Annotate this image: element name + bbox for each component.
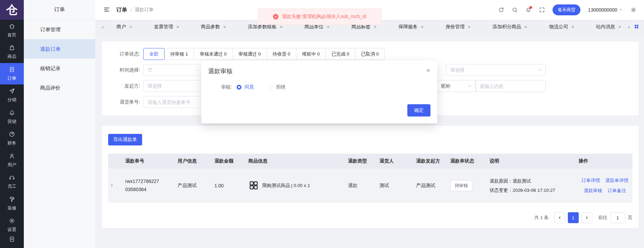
cell-amount: 1.00 xyxy=(213,169,247,203)
submenu-item-order-manage[interactable]: 订单管理 xyxy=(24,20,95,39)
col-sponsor: 退款发起方 xyxy=(415,154,449,169)
submenu-item-verify-records[interactable]: 核销记录 xyxy=(24,59,95,78)
status-filter-rejected[interactable]: 审核未通过 0 xyxy=(194,48,233,60)
keyword-input[interactable] xyxy=(476,80,546,92)
order-remark-link[interactable]: 订单备注 xyxy=(608,188,626,194)
account-phone-number: 13000000000 xyxy=(588,7,617,13)
tab-merchant[interactable]: 商户✕ xyxy=(112,22,137,32)
sidebar-item-label: 设置 xyxy=(7,227,16,233)
refund-table-card: 导出退款单 退款单号 用户信息 退款金额 商品信息 退款类型 退 xyxy=(102,126,639,228)
tab-close-icon[interactable]: ✕ xyxy=(279,25,283,29)
sidebar-item-settings[interactable]: 设置 xyxy=(0,214,24,236)
status-filter-all[interactable]: 全部 xyxy=(143,48,165,60)
status-filter-cancelled[interactable]: 已取消 0 xyxy=(355,48,385,60)
sidebar-item-distribution[interactable]: 分销 xyxy=(0,84,24,106)
category-select[interactable]: 请选择 xyxy=(446,64,546,76)
refund-table: 退款单号 用户信息 退款金额 商品信息 退款类型 退货人 退款发起方 退款单状态… xyxy=(108,154,632,203)
tab-logistics-company[interactable]: 物流公司✕ xyxy=(544,22,579,32)
tabs-scroll-right-icon[interactable]: › xyxy=(626,24,632,30)
radio-approve[interactable]: 同意 xyxy=(237,84,254,90)
tab-add-points-product[interactable]: 添加积分商品✕ xyxy=(488,22,532,32)
keyword-search-combo: 昵称 xyxy=(437,80,546,92)
tab-product-params[interactable]: 商品参数✕ xyxy=(196,22,231,32)
next-page-button[interactable] xyxy=(581,212,592,223)
order-document-icon xyxy=(9,66,15,74)
sidebar-item-label: 财务 xyxy=(7,140,16,146)
tab-close-icon[interactable]: ✕ xyxy=(571,25,574,29)
prev-page-button[interactable] xyxy=(554,212,565,223)
collapse-menu-icon[interactable] xyxy=(103,6,110,14)
status-filter-awaiting-receipt[interactable]: 待收货 0 xyxy=(267,48,296,60)
sidebar-item-label: 员工 xyxy=(7,183,16,189)
tab-label: 商品参数 xyxy=(201,24,220,30)
col-refund-no: 退款单号 xyxy=(124,154,176,169)
search-icon[interactable] xyxy=(512,7,518,13)
tracking-filter-label: 退货单号: xyxy=(109,99,140,105)
sidebar-item-finance[interactable]: 财务 xyxy=(0,128,24,149)
settings-gear-icon[interactable] xyxy=(630,7,637,13)
sidebar-item-users[interactable]: 用户 xyxy=(0,149,24,171)
radio-approve-label: 同意 xyxy=(244,84,254,90)
modal-close-icon[interactable]: ✕ xyxy=(426,67,430,74)
sidebar-item-label: 装修 xyxy=(7,205,16,211)
tab-close-icon[interactable]: ✕ xyxy=(468,25,471,29)
status-filter-approved[interactable]: 审核通过 0 xyxy=(233,48,267,60)
merchant-badge[interactable]: 曼禾商贸 xyxy=(553,4,580,15)
submenu-item-product-reviews[interactable]: 商品评价 xyxy=(24,78,95,97)
app-logo[interactable]: 仓 xyxy=(0,0,24,20)
tab-close-icon[interactable]: ✕ xyxy=(223,25,226,29)
home-icon xyxy=(9,23,15,31)
page-number-active[interactable]: 1 xyxy=(568,212,579,223)
notification-bell-icon[interactable] xyxy=(525,7,531,13)
tab-close-icon[interactable]: ✕ xyxy=(374,25,377,29)
nickname-field-value: 昵称 xyxy=(441,83,451,89)
status-filter-pending[interactable]: 待审核 1 xyxy=(165,48,194,60)
goto-page-input[interactable] xyxy=(610,212,625,223)
tabs-scroll-left-icon[interactable]: ‹ xyxy=(100,24,106,30)
sidebar-item-orders[interactable]: 订单 xyxy=(0,63,24,84)
sidebar-item-home[interactable]: 首页 xyxy=(0,20,24,41)
modal-confirm-button[interactable]: 确定 xyxy=(407,104,430,117)
tab-site-messages[interactable]: 站内消息✕ xyxy=(591,22,626,32)
status-filter-completed[interactable]: 已完成 0 xyxy=(326,48,355,60)
nickname-field-select[interactable]: 昵称 xyxy=(437,80,476,92)
tabs-grid-icon[interactable] xyxy=(634,24,639,30)
export-refunds-button[interactable]: 导出退款单 xyxy=(108,134,142,145)
tab-close-icon[interactable]: ✕ xyxy=(524,25,527,29)
filter-row-status: 订单状态: 全部 待审核 1 审核未通过 0 审核通过 0 待收货 0 维权中 … xyxy=(102,48,639,60)
cell-user-info: 产品测试 xyxy=(176,169,213,203)
tab-close-icon[interactable]: ✕ xyxy=(421,25,424,29)
chevron-down-icon xyxy=(538,67,542,73)
cell-actions: 订单详情 退款单详情 退款审核 订单备注 xyxy=(579,177,631,194)
col-amount: 退款金额 xyxy=(213,154,247,169)
breadcrumb-root[interactable]: 订单 xyxy=(116,6,127,14)
tab-close-icon[interactable]: ✕ xyxy=(327,25,330,29)
sidebar-item-goods[interactable]: 商品 xyxy=(0,41,24,63)
tab-label: 站内消息 xyxy=(596,24,615,30)
refresh-icon[interactable] xyxy=(498,7,504,13)
radio-reject[interactable]: 拒绝 xyxy=(268,84,286,90)
tab-identity-manage[interactable]: 身份管理✕ xyxy=(441,22,475,32)
cell-returner: 测试 xyxy=(378,169,415,203)
tab-close-icon[interactable]: ✕ xyxy=(129,25,132,29)
sidebar-item-marketing[interactable]: 营销 xyxy=(0,106,24,127)
row-expand-icon[interactable] xyxy=(108,169,124,203)
error-circle-icon: ✕ xyxy=(273,14,278,19)
tab-close-icon[interactable]: ✕ xyxy=(618,25,621,29)
refund-detail-link[interactable]: 退款单详情 xyxy=(605,177,628,184)
refund-review-link[interactable]: 退款审核 xyxy=(584,188,602,194)
sidebar-item-decorate[interactable]: 装修 xyxy=(0,192,24,214)
submenu-item-refund-orders[interactable]: 退款订单 xyxy=(24,39,95,59)
tab-close-icon[interactable]: ✕ xyxy=(176,25,179,29)
fullscreen-icon[interactable] xyxy=(539,7,545,13)
tab-invoice-manage[interactable]: 发票管理✕ xyxy=(149,22,184,32)
sidebar-item-staff[interactable]: 员工 xyxy=(0,171,24,192)
modal-title: 退款审核 xyxy=(201,61,437,75)
paint-roller-icon xyxy=(9,196,15,204)
account-phone[interactable]: 13000000000 xyxy=(588,7,623,13)
table-row: rwx177278822703580364 产品测试 1.00 限购测试商品 |… xyxy=(108,169,632,203)
tab-guarantee-service[interactable]: 保障服务✕ xyxy=(394,22,428,32)
sidebar-item-more[interactable] xyxy=(0,236,24,248)
order-detail-link[interactable]: 订单详情 xyxy=(581,177,600,184)
status-filter-in-dispute[interactable]: 维权中 0 xyxy=(296,48,326,60)
